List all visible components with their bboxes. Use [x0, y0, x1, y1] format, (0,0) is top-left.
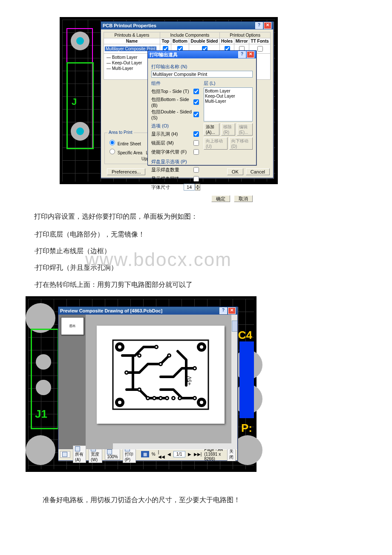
close-button[interactable]: ✕ [264, 22, 271, 29]
close-button[interactable]: ✕ [247, 51, 254, 58]
page-icon [75, 446, 80, 451]
svg-point-30 [179, 397, 181, 399]
zoom-button[interactable]: 100% [105, 448, 120, 460]
chk-inc-bottom-label: 包括Bottom - Side (B) [151, 96, 192, 108]
page-input[interactable] [173, 451, 185, 457]
titlebar[interactable]: Preview Composite Drawing of [4863.PcbDo… [58, 307, 237, 315]
nav-next-button[interactable]: ▶ [188, 452, 191, 457]
svg-point-32 [194, 367, 196, 369]
chk-fontsubst-label: 使能字体代替 (F) [151, 149, 187, 155]
col-ttfonts: TT Fonts [249, 38, 271, 44]
chk-holes-label: 显示孔洞 (H) [151, 131, 178, 137]
nav-last-button[interactable]: ▶▶| [194, 452, 202, 457]
svg-point-20 [147, 397, 149, 399]
percent-label: % [152, 452, 156, 457]
chk-font-subst[interactable] [193, 149, 199, 155]
dialog-title: 打印输出道具 [150, 52, 178, 58]
five-v-label: +5V [187, 376, 193, 385]
nav-prev-button[interactable]: ◀ [167, 452, 171, 457]
help-button[interactable]: ? [219, 307, 227, 314]
layer-listbox[interactable]: Bottom Layer Keep-Out Layer Multi-Layer [204, 87, 253, 121]
spinner-down-icon[interactable]: ▼ [195, 187, 200, 191]
vertical-scrollbar[interactable] [231, 315, 237, 449]
close-button[interactable]: 关闭 [227, 448, 236, 461]
nav-first-button[interactable]: |◀◀ [158, 450, 165, 459]
svg-point-6 [118, 401, 121, 404]
chk-inc-double-label: 包括Double - Sided (S) [151, 109, 192, 120]
designator-p: P: [241, 422, 252, 435]
bullet-item: ·打印焊孔（并且显示孔洞） [34, 260, 375, 275]
move-down-button[interactable]: 向下移动 (D) [229, 137, 253, 150]
preview-canvas[interactable]: +5V [86, 315, 237, 449]
titlebar[interactable]: PCB Printout Properties ? ✕ [101, 22, 273, 29]
col-group-include: Include Components [160, 32, 219, 38]
edit-layer-button[interactable]: 编辑 (E)... [237, 123, 253, 136]
col-double-sided: Double Sided [189, 38, 219, 44]
chk-pad-count[interactable] [193, 167, 199, 173]
preferences-button[interactable]: Preferences... [107, 168, 145, 175]
percent-button[interactable]: ▦ [141, 451, 149, 457]
svg-point-26 [166, 397, 168, 399]
chk-show-holes[interactable] [193, 131, 199, 137]
all-button[interactable]: 所有 (A) [73, 445, 86, 463]
horizontal-scrollbar[interactable] [113, 443, 231, 449]
layer-item[interactable]: Bottom Layer [205, 89, 251, 94]
font-size-spinner[interactable]: ▲▼ [184, 184, 200, 191]
bullet-item: ·打在热转印纸上面：用剪刀剪下电路图部分就可以了 [34, 277, 375, 292]
page-icon [62, 452, 67, 457]
pcb-pad [26, 435, 55, 465]
font-size-input[interactable] [184, 184, 195, 191]
layers-section-label: 层 (L) [204, 80, 253, 87]
components-section-label: 组件 [151, 80, 200, 87]
col-group-options: Printout Options [220, 32, 271, 38]
svg-point-34 [194, 397, 196, 399]
help-button[interactable]: ? [255, 22, 263, 29]
svg-point-4 [200, 345, 203, 349]
chk-mirror-layer[interactable] [193, 140, 199, 146]
titlebar[interactable]: 打印输出道具 ? ✕ [148, 51, 256, 58]
pcb-pad [71, 32, 89, 50]
bullet-item: ·打印禁止布线层（边框） [34, 247, 111, 254]
chk-pad-nets[interactable] [193, 176, 199, 182]
spinner-up-icon[interactable]: ▲ [195, 184, 200, 187]
col-bottom: Bottom [171, 38, 189, 44]
col-holes: Holes [220, 38, 234, 44]
layer-item[interactable]: Keep-Out Layer [205, 94, 251, 99]
chk-inc-bottom[interactable] [193, 99, 199, 105]
svg-point-36 [126, 372, 127, 373]
designator-j1: J1 [35, 408, 47, 421]
add-layer-button[interactable]: 添加 (A)... [204, 123, 219, 136]
mode-icon-button[interactable] [60, 451, 70, 458]
layer-item[interactable]: Multi-Layer [205, 99, 251, 104]
dialog-print-output-props: 打印输出道具 ? ✕ 打印输出名称 (N) 组件 包括Top - Side (T… [147, 50, 257, 165]
page-thumbnail[interactable]: 图画 [61, 317, 84, 335]
chk-padnets-label: 显示焊盘网络 [151, 176, 179, 182]
options-section-label: 选项 (O) [151, 123, 200, 129]
svg-point-24 [160, 397, 161, 399]
svg-point-18 [138, 389, 140, 390]
dialog-title: PCB Printout Properties [103, 23, 156, 28]
col-top: Top [160, 38, 171, 44]
svg-point-22 [153, 397, 155, 399]
printout-name-input[interactable] [151, 71, 253, 78]
move-up-button[interactable]: 向上移动 (U) [204, 137, 228, 150]
statusbar: 所有 (A) 宽度 (W) 100% 打印 (P) ▦ % |◀◀ ◀ ▶ ▶▶… [58, 449, 237, 459]
chk-inc-double[interactable] [193, 112, 199, 117]
cancel-button[interactable]: 取消 [234, 195, 253, 202]
chk-mirror-label: 镜面层 (M) [151, 140, 174, 146]
ok-button[interactable]: 确定 [211, 195, 230, 202]
thumbnail-panel: 图画 [58, 315, 86, 449]
chk-inc-top-label: 包括Top - Side (T) [151, 88, 189, 95]
chk-ttfonts[interactable] [257, 46, 263, 52]
remove-layer-button[interactable]: 移除 (R) [221, 123, 235, 136]
svg-point-28 [173, 397, 174, 399]
area-legend: Area to Print [107, 130, 134, 135]
help-button[interactable]: ? [238, 51, 246, 58]
close-button[interactable]: ✕ [228, 307, 236, 314]
designator-c4: C4 [238, 329, 252, 342]
font-size-label: 字体尺寸 [151, 184, 170, 191]
chk-inc-top[interactable] [193, 89, 199, 94]
page-info-label: Page - A4 (11691 x 8266) [204, 447, 225, 461]
paragraph: 打印内容设置，选好你要打印的层，单面板为例如图： [34, 210, 375, 223]
svg-point-12 [156, 346, 157, 348]
